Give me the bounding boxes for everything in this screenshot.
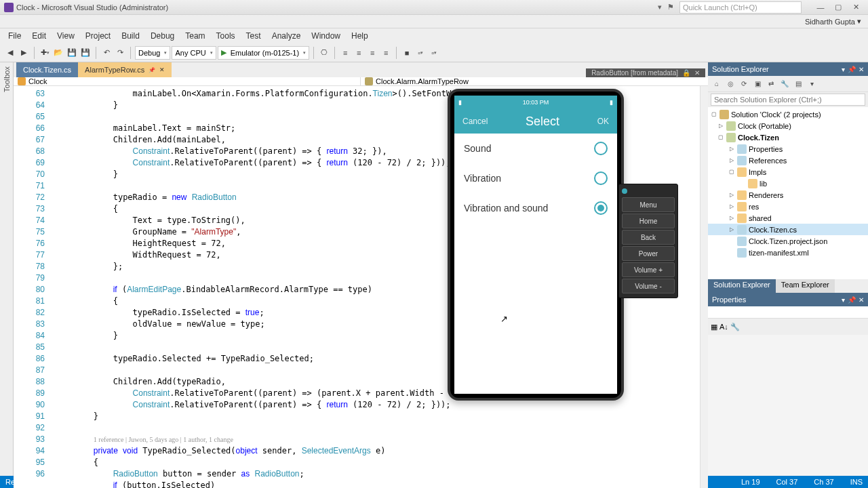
tab-solution-explorer[interactable]: Solution Explorer [708,279,776,293]
code-editor[interactable]: 6364656667686970717273747576777879808182… [14,86,708,488]
tree-node[interactable]: ▷res [708,201,868,212]
tree-node[interactable]: ▷Renderers [708,189,868,201]
home-icon[interactable]: ⌂ [711,78,723,90]
properties-header[interactable]: Properties▾📌✕ [708,293,868,306]
list-item[interactable]: Vibration and sound [454,193,617,223]
toolbar: ◀ ▶ ✚▾ 📂 💾 💾 ↶ ↷ Debug▾ Any CPU▾ ▶Emulat… [0,43,868,62]
properties-toolbar: ▦ A↓ 🔧 [708,319,868,335]
signal-icon: ▮ [458,99,462,106]
tool-btn-a[interactable]: ⎔ [318,45,330,60]
categorize-icon[interactable]: ▦ [711,323,717,331]
tab-team-explorer[interactable]: Team Explorer [776,279,835,293]
menu-view[interactable]: View [52,28,80,43]
tool-btn-h[interactable]: ▫▾ [428,45,440,60]
open-button[interactable]: 📂 [52,45,64,60]
solution-search [708,92,868,107]
tree-node[interactable]: lib [708,178,868,189]
menu-project[interactable]: Project [80,28,116,43]
view-icon[interactable]: ▤ [792,78,804,90]
close-button[interactable]: ✕ [848,1,864,14]
tree-node[interactable]: ▷Clock.Tizen.cs [708,224,868,235]
menu-window[interactable]: Window [306,28,346,43]
emu-powerbutton[interactable]: Power [622,246,675,261]
new-button[interactable]: ✚▾ [39,45,51,60]
nav-member[interactable]: Clock.Alarm.AlarmTypeRow [361,77,708,85]
menu-tools[interactable]: Tools [211,28,241,43]
tool-btn-e[interactable]: ≡ [380,45,392,60]
platform-select[interactable]: Any CPU▾ [172,46,216,60]
status-ch: Ch 37 [814,478,833,486]
list-item[interactable]: Sound [454,134,617,163]
tree-node[interactable]: tizen-manifest.xml [708,247,868,258]
radio-button[interactable] [594,201,608,215]
scroll-preview[interactable] [700,86,708,488]
minimize-button[interactable]: — [812,1,829,14]
menu-test[interactable]: Test [241,28,267,43]
emu-backbutton[interactable]: Back [622,230,675,245]
status-ln: Ln 19 [741,478,760,486]
showall-icon[interactable]: ▣ [751,78,764,90]
toolbox-sidebar[interactable]: Toolbox [0,62,14,476]
emu-homebutton[interactable]: Home [622,214,675,228]
save-all-button[interactable]: 💾 [79,45,92,60]
tab-alarmtyperow[interactable]: AlarmTypeRow.cs📌✕ [78,62,172,77]
tree-node[interactable]: ▢Clock.Tizen [708,131,868,143]
nav-back-button[interactable]: ◀ [4,45,16,60]
menu-edit[interactable]: Edit [26,28,52,43]
notification-icon[interactable]: ⚑ [667,3,674,12]
list-item[interactable]: Vibration [454,163,617,193]
tree-node[interactable]: Clock.Tizen.project.json [708,235,868,247]
close-icon[interactable]: ✕ [694,69,700,77]
tab-metadata[interactable]: RadioButton [from metadata]🔒✕ [586,68,705,77]
tab-clock-tizen[interactable]: Clock.Tizen.cs [16,62,78,77]
redo-button[interactable]: ↷ [114,45,126,60]
tree-node[interactable]: ▢Impls [708,166,868,178]
menu-analyze[interactable]: Analyze [267,28,307,43]
radio-button[interactable] [594,171,608,185]
sync-icon[interactable]: ⇄ [765,78,777,90]
emu-menubutton[interactable]: Menu [622,197,675,212]
dd-icon[interactable]: ▾ [806,78,818,90]
menu-build[interactable]: Build [116,28,145,43]
signed-in-user[interactable]: Sidharth Gupta [805,18,855,26]
quick-launch-input[interactable]: Quick Launch (Ctrl+Q) [679,1,802,14]
nav-scope[interactable]: Clock [14,77,361,85]
tree-node[interactable]: ▷References [708,155,868,166]
radio-button[interactable] [594,142,608,155]
ok-button[interactable]: OK [597,117,609,126]
save-button[interactable]: 💾 [66,45,78,60]
collapse-icon[interactable]: ◎ [724,78,736,90]
menu-debug[interactable]: Debug [145,28,180,43]
solution-tree[interactable]: ▢Solution 'Clock' (2 projects) ▷Clock (P… [708,107,868,279]
phone-statusbar: ▮ 10:03 PM ▮ [454,96,617,109]
nav-fwd-button[interactable]: ▶ [18,45,30,60]
undo-button[interactable]: ↶ [100,45,113,60]
solution-explorer-header[interactable]: Solution Explorer▾📌✕ [708,62,868,76]
solution-search-input[interactable] [711,94,865,106]
alpha-icon[interactable]: A↓ [719,323,728,331]
run-target[interactable]: ▶Emulator (m-0125-1)▾ [218,46,309,60]
feedback-icon[interactable]: ▾ [658,3,662,12]
cancel-button[interactable]: Cancel [462,117,488,126]
emu-volume-button[interactable]: Volume + [622,262,675,277]
tool-btn-g[interactable]: ▫▾ [414,45,427,60]
refresh-icon[interactable]: ⟳ [738,78,750,90]
tree-node[interactable]: ▷Properties [708,143,868,155]
tool-btn-f[interactable]: ■ [401,45,413,60]
tree-root[interactable]: ▢Solution 'Clock' (2 projects) [708,108,868,120]
menu-file[interactable]: File [3,28,26,43]
pin-icon[interactable]: 📌 [149,67,155,73]
tool-btn-c[interactable]: ≡ [353,45,365,60]
menu-help[interactable]: Help [346,28,374,43]
maximize-button[interactable]: ▢ [830,1,846,14]
props-icon[interactable]: 🔧 [730,323,740,331]
config-select[interactable]: Debug▾ [135,46,170,60]
emu-volume-button[interactable]: Volume - [622,279,675,293]
tree-node[interactable]: ▷shared [708,212,868,224]
tool-btn-b[interactable]: ≡ [339,45,351,60]
tree-node[interactable]: ▷Clock (Portable) [708,120,868,131]
close-icon[interactable]: ✕ [159,66,165,73]
prop-icon[interactable]: 🔧 [778,78,791,90]
menu-team[interactable]: Team [180,28,210,43]
tool-btn-d[interactable]: ≡ [366,45,378,60]
